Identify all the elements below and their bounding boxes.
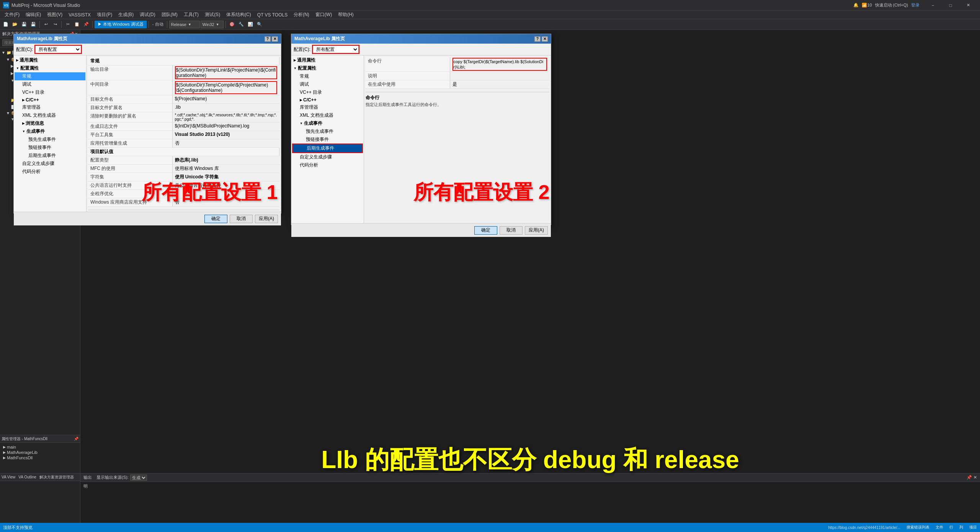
release-dropdown[interactable]: Release ▼ <box>169 21 200 28</box>
dialog1-prop-table: 常规 输出目录 $(SolutionDir)\Temp\Link\$(Proje… <box>88 57 279 207</box>
prop-events[interactable]: ▼生成事件 <box>15 127 85 135</box>
output-close-icon[interactable]: ✕ <box>973 475 977 480</box>
dialog1-help-btn[interactable]: ? <box>265 36 271 42</box>
prop2-prelink[interactable]: 预链接事件 <box>292 135 363 144</box>
dialog2-help-btn[interactable]: ? <box>534 36 541 42</box>
dialog1-apply-btn[interactable]: 应用(A) <box>255 215 278 223</box>
dialog2-cancel-btn[interactable]: 取消 <box>500 226 523 235</box>
save-btn[interactable]: 💾 <box>20 20 28 29</box>
prop2-analysis[interactable]: 代码分析 <box>292 161 363 169</box>
prop-row-clr: 公共语言运行时支持 无公共语言运行时支持 <box>88 181 279 190</box>
menu-qt[interactable]: QT VS TOOLS <box>254 11 291 19</box>
menu-edit[interactable]: 编辑(E) <box>23 11 44 19</box>
menu-window[interactable]: 窗口(W) <box>312 11 335 19</box>
prop2-config[interactable]: ▼配置属性 <box>292 64 363 72</box>
menu-build[interactable]: 生成(B) <box>115 11 137 19</box>
prop2-cpp[interactable]: ▶C/C++ <box>292 96 363 103</box>
save-all-btn[interactable]: 💾 <box>29 20 38 29</box>
props-panel-pin[interactable]: 📌 <box>74 437 78 441</box>
prop-lib[interactable]: 库管理器 <box>15 103 85 111</box>
menu-view[interactable]: 视图(V) <box>44 11 65 19</box>
prop-cpp[interactable]: ▶C/C++ <box>15 96 85 103</box>
menu-team[interactable]: 团队(M) <box>158 11 181 19</box>
dialog1-config-select[interactable]: 所有配置 <box>35 46 81 53</box>
prop-config[interactable]: ▼配置属性 <box>15 64 85 72</box>
menu-file[interactable]: 文件(F) <box>2 11 23 19</box>
maximize-button[interactable]: □ <box>942 0 959 11</box>
menu-debug[interactable]: 调试(D) <box>137 11 158 19</box>
props-item-main[interactable]: ▶main <box>2 444 78 450</box>
output-controls: 📌 ✕ <box>967 475 977 480</box>
outputdir-redbox: $(SolutionDir)\Temp\Link\$(ProjectName)\… <box>175 66 277 79</box>
va-panel: VA View VA Outline 解决方案资源管理器 <box>0 473 80 523</box>
prop-general[interactable]: 常规 <box>15 72 85 80</box>
cmd-redbox: copy $(TargetDir)$(TargetName).lib $(Sol… <box>452 58 547 71</box>
prop-common[interactable]: ▶通用属性 <box>15 56 85 64</box>
window-controls[interactable]: 🔔 📶10 快速启动 (Ctrl+Q) 登录 − □ ✕ <box>853 0 977 11</box>
prop2-custom[interactable]: 自定义生成步骤 <box>292 153 363 161</box>
paste-btn[interactable]: 📌 <box>82 20 90 29</box>
toolbar-icon1[interactable]: 🎯 <box>228 20 236 29</box>
props-item-mathfuncs[interactable]: ▶MathFuncsDll <box>2 455 78 460</box>
menu-test[interactable]: 测试(S) <box>202 11 223 19</box>
prop-post[interactable]: 后期生成事件 <box>15 152 85 160</box>
platform-dropdown[interactable]: Win32 ▼ <box>201 21 224 28</box>
menu-analyze[interactable]: 分析(N) <box>291 11 312 19</box>
prop2-post[interactable]: 后期生成事件 <box>292 144 363 153</box>
output-pin-icon[interactable]: 📌 <box>967 475 972 480</box>
menu-arch[interactable]: 体系结构(C) <box>223 11 254 19</box>
va-view-tab[interactable]: VA View <box>2 475 15 479</box>
menu-help[interactable]: 帮助(H) <box>335 11 357 19</box>
prop-vcpp[interactable]: VC++ 目录 <box>15 88 85 96</box>
dialog2-body: ▶通用属性 ▼配置属性 常规 调试 VC++ 目录 ▶C/C++ 库管理器 XM… <box>291 55 551 223</box>
prop-analysis[interactable]: 代码分析 <box>15 168 85 176</box>
status-right: https://blog.csdn.net/q244441191/article… <box>828 525 977 530</box>
new-btn[interactable]: 📄 <box>2 20 10 29</box>
prop2-debug[interactable]: 调试 <box>292 80 363 88</box>
prop-pre[interactable]: 预先生成事件 <box>15 135 85 144</box>
redo-btn[interactable]: ↪ <box>51 20 59 29</box>
props-item-mathlib[interactable]: ▶MathAverageLib <box>2 450 78 455</box>
toolbar-icon2[interactable]: 🔧 <box>237 20 245 29</box>
minimize-button[interactable]: − <box>924 0 942 11</box>
prop-debug[interactable]: 调试 <box>15 80 85 88</box>
output-source-select[interactable]: 生成 <box>130 475 147 481</box>
undo-btn[interactable]: ↩ <box>42 20 50 29</box>
menu-tools[interactable]: 工具(T) <box>181 11 202 19</box>
dialog2-apply-btn[interactable]: 应用(A) <box>525 226 548 235</box>
dialog1-body: ▶通用属性 ▼配置属性 常规 调试 VC++ 目录 ▶C/C++ 库管理器 XM… <box>14 55 281 212</box>
copy-btn[interactable]: 📋 <box>73 20 81 29</box>
close-button[interactable]: ✕ <box>959 0 977 11</box>
prop2-browse[interactable]: ▼生成事件 <box>292 119 363 127</box>
prop-xml[interactable]: XML 文档生成器 <box>15 111 85 119</box>
prop2-xml[interactable]: XML 文档生成器 <box>292 111 363 119</box>
open-btn[interactable]: 📂 <box>11 20 19 29</box>
prop-custom[interactable]: 自定义生成步骤 <box>15 160 85 168</box>
prop-browse[interactable]: ▶浏览信息 <box>15 119 85 127</box>
cut-btn[interactable]: ✂ <box>64 20 72 29</box>
prop-value-targetname: $(ProjectName) <box>172 95 279 104</box>
prop2-lib[interactable]: 库管理器 <box>292 103 363 111</box>
prop2-common[interactable]: ▶通用属性 <box>292 56 363 64</box>
dialog1-close-btn[interactable]: ✕ <box>272 36 278 42</box>
dialog1-ok-btn[interactable]: 确定 <box>204 215 227 223</box>
dialog1-cancel-btn[interactable]: 取消 <box>230 215 253 223</box>
dialog2-title: MathAverageLib 属性页 ? ✕ <box>291 34 551 44</box>
solution-icon: 📁 <box>7 51 11 55</box>
prop2-value-cmd: copy $(TargetDir)$(TargetName).lib $(Sol… <box>450 57 549 72</box>
dialog2-config-select[interactable]: 所有配置 <box>313 46 359 53</box>
toolbar-icon4[interactable]: 🔍 <box>255 20 264 29</box>
prop-prelink[interactable]: 预链接事件 <box>15 144 85 152</box>
menu-vassistx[interactable]: VASSISTX <box>65 11 94 19</box>
toolbar-icon3[interactable]: 📊 <box>246 20 255 29</box>
va-outline-tab[interactable]: VA Outline <box>18 475 36 479</box>
dialog2-close-btn[interactable]: ✕ <box>542 36 548 42</box>
menu-project[interactable]: 项目(P) <box>94 11 115 19</box>
prop2-vcpp[interactable]: VC++ 目录 <box>292 88 363 96</box>
prop2-general[interactable]: 常规 <box>292 72 363 80</box>
debug-play-button[interactable]: ▶ 本地 Windows 调试器 <box>95 21 147 28</box>
solution-explorer-tab[interactable]: 解决方案资源管理器 <box>39 475 74 480</box>
dialog2-ok-btn[interactable]: 确定 <box>474 226 497 235</box>
signin-btn[interactable]: 登录 <box>911 2 920 8</box>
prop2-pre[interactable]: 预先生成事件 <box>292 127 363 135</box>
